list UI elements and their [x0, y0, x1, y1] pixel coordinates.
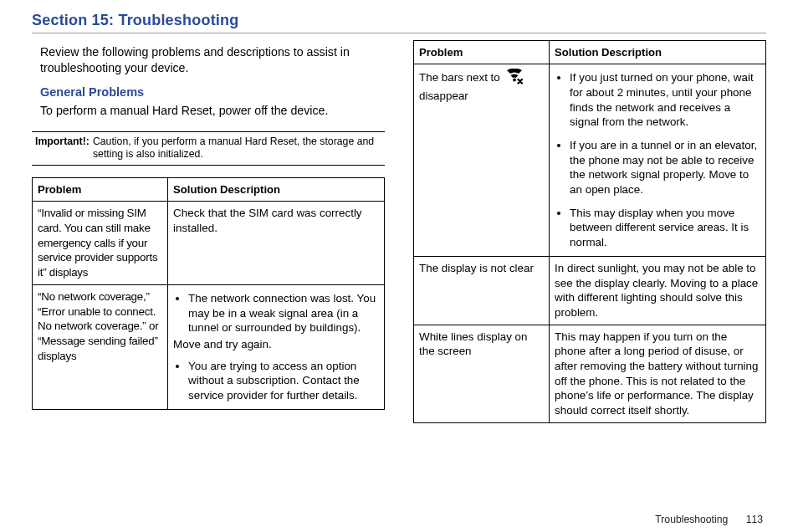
- footer-page-number: 113: [746, 514, 763, 525]
- intro-text: Review the following problems and descri…: [40, 44, 376, 75]
- footer-section-name: Troubleshooting: [655, 514, 728, 525]
- solution-cell: Check that the SIM card was correctly in…: [168, 202, 385, 284]
- signal-icon: [505, 69, 524, 89]
- left-column: Review the following problems and descri…: [32, 40, 385, 423]
- section-title: Section 15: Troubleshooting: [32, 12, 766, 33]
- subheading: General Problems: [40, 85, 385, 99]
- table-row: “Invalid or missing SIM card. You can st…: [33, 202, 385, 284]
- svg-point-0: [513, 79, 516, 82]
- problem-cell: “Invalid or missing SIM card. You can st…: [33, 202, 168, 284]
- problem-cell: The bars next to disappear: [414, 64, 550, 257]
- solution-item: If you are in a tunnel or in an elevator…: [570, 138, 760, 197]
- table-row: The display is not clear In direct sunli…: [414, 256, 766, 325]
- solution-list: You are trying to access an option witho…: [173, 359, 379, 403]
- important-note: Important!: Caution, if you perform a ma…: [32, 131, 385, 166]
- problem-cell: The display is not clear: [414, 256, 550, 325]
- solution-cell: This may happen if you turn on the phone…: [550, 325, 766, 422]
- right-column: Problem Solution Description The bars ne…: [413, 40, 766, 423]
- solution-item: This may display when you move between d…: [570, 206, 760, 250]
- table-row: “No network coverage,” “Error unable to …: [33, 284, 385, 409]
- table-header-row: Problem Solution Description: [33, 178, 385, 202]
- problem-cell: White lines display on the screen: [414, 325, 550, 422]
- header-problem: Problem: [414, 41, 550, 64]
- header-solution: Solution Description: [550, 41, 766, 64]
- problem-cell: “No network coverage,” “Error unable to …: [33, 284, 168, 409]
- important-text: Caution, if you perform a manual Hard Re…: [93, 136, 381, 161]
- solution-item: The network connection was lost. You may…: [188, 291, 379, 335]
- table-row: The bars next to disappear: [414, 64, 766, 257]
- solution-list: If you just turned on your phone, wait f…: [555, 70, 760, 250]
- page-footer: Troubleshooting 113: [655, 514, 763, 525]
- troubleshooting-table-left: Problem Solution Description “Invalid or…: [32, 177, 385, 410]
- troubleshooting-table-right: Problem Solution Description The bars ne…: [413, 40, 766, 423]
- solution-line: Move and try again.: [173, 337, 379, 352]
- solution-cell: In direct sunlight, you may not be able …: [550, 256, 766, 325]
- important-label: Important!:: [35, 136, 90, 161]
- solution-item: You are trying to access an option witho…: [188, 359, 379, 403]
- subintro-text: To perform a manual Hard Reset, power of…: [40, 103, 376, 119]
- solution-list: The network connection was lost. You may…: [173, 291, 379, 335]
- solution-cell: The network connection was lost. You may…: [168, 284, 385, 409]
- problem-text-prefix: The bars next to: [419, 72, 500, 84]
- content-columns: Review the following problems and descri…: [32, 40, 766, 423]
- solution-item: If you just turned on your phone, wait f…: [570, 70, 760, 130]
- problem-text-suffix: disappear: [419, 90, 468, 102]
- header-problem: Problem: [33, 178, 168, 202]
- table-row: White lines display on the screen This m…: [414, 325, 766, 422]
- header-solution: Solution Description: [168, 178, 385, 202]
- table-header-row: Problem Solution Description: [414, 41, 766, 64]
- solution-cell: If you just turned on your phone, wait f…: [550, 64, 766, 257]
